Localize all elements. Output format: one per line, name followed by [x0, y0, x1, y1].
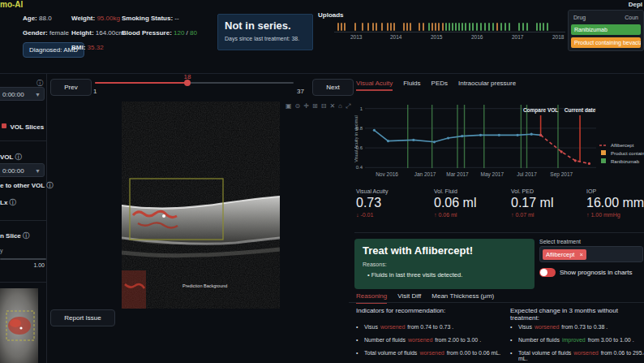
upload-tick[interactable]	[372, 23, 374, 31]
upload-tick[interactable]	[442, 23, 444, 31]
upload-tick[interactable]	[410, 23, 411, 31]
vol-time-select[interactable]: 0:00:00▼	[0, 87, 45, 101]
upload-tick[interactable]	[462, 23, 463, 31]
info-icon[interactable]: ⓘ	[23, 232, 29, 240]
patient-smoking: Smoking Status: --	[122, 15, 179, 23]
upload-tick[interactable]	[367, 23, 369, 31]
info-icon[interactable]: ⓘ	[15, 153, 22, 161]
drug-row-ranibizumab[interactable]: Ranibizumab	[571, 24, 641, 35]
prev-slice-button[interactable]: Prev	[50, 79, 92, 96]
upload-tick[interactable]	[406, 23, 408, 31]
toggle-knob	[540, 269, 547, 276]
upload-tick[interactable]	[341, 23, 342, 31]
upload-tick[interactable]	[465, 23, 466, 31]
upload-tick[interactable]	[526, 23, 528, 31]
reasoning-item: •Visusworsenedfrom 0.74 to 0.73 .	[356, 324, 506, 330]
upload-tick[interactable]	[476, 23, 478, 31]
next-slice-button[interactable]: Next	[312, 79, 354, 96]
slice-slider[interactable]: 18	[95, 82, 294, 84]
upload-tick[interactable]	[480, 23, 482, 31]
sidebar-divider	[0, 282, 46, 283]
svg-text:Current date: Current date	[565, 107, 596, 113]
upload-tick[interactable]	[458, 23, 460, 31]
sidebar-divider	[0, 140, 46, 141]
upload-tick[interactable]	[403, 23, 405, 31]
upload-tick[interactable]	[547, 23, 548, 31]
upload-tick[interactable]	[484, 23, 486, 31]
slice-slider-handle[interactable]	[184, 80, 191, 86]
drug-row-bevacizumab[interactable]: Product containing bevacizumab	[571, 37, 641, 48]
upload-tick[interactable]	[449, 23, 450, 31]
upload-tick[interactable]	[518, 23, 520, 31]
upload-tick[interactable]	[455, 23, 457, 31]
upload-tick[interactable]	[428, 23, 430, 31]
info-icon[interactable]: ⓘ	[10, 199, 16, 206]
pan-icon[interactable]: ✛	[303, 102, 309, 110]
upload-tick[interactable]	[390, 23, 392, 31]
upload-tick[interactable]	[337, 23, 339, 31]
upload-tick[interactable]	[419, 23, 420, 31]
info-icon[interactable]: ⓘ	[46, 182, 53, 189]
autoscale-icon[interactable]: ✕	[329, 102, 335, 110]
zoom-out-icon[interactable]: ⊟	[321, 102, 327, 110]
upload-tick[interactable]	[435, 23, 436, 31]
expected-list: •Visusworsenedfrom 0.73 to 0.38 .•Number…	[510, 317, 644, 361]
fundus-thumbnail[interactable]	[0, 288, 38, 363]
upload-tick[interactable]	[504, 23, 506, 31]
vol-slices-row[interactable]: VOL Slices	[2, 118, 44, 132]
reset-axes-icon[interactable]: ⌂	[338, 102, 342, 110]
upload-tick[interactable]	[522, 23, 524, 31]
upload-tick[interactable]	[438, 23, 440, 31]
tab-peds[interactable]: PEDs	[431, 80, 448, 91]
compare-other-vol-label: e to other VOL ⓘ	[0, 181, 53, 190]
uploads-timeline[interactable]: 201320142015201620172018	[334, 22, 565, 32]
upload-tick[interactable]	[354, 23, 356, 31]
upload-tick[interactable]	[539, 23, 541, 31]
slider-min-label: 1	[93, 88, 97, 95]
slice-slider-fill	[95, 82, 187, 84]
tab-fluids[interactable]: Fluids	[403, 80, 420, 91]
upload-tick[interactable]	[492, 23, 494, 31]
upload-tick[interactable]	[381, 23, 383, 31]
upload-tick[interactable]	[445, 23, 447, 31]
upload-tick[interactable]	[500, 23, 502, 31]
patient-gender: Gender: female	[23, 29, 69, 37]
svg-text:Compare VOL: Compare VOL	[523, 107, 558, 114]
treatment-tag[interactable]: Aflibercept ×	[543, 249, 586, 260]
visual-acuity-chart[interactable]: 0.40.60.81Visual Acuity in decimalCompar…	[354, 100, 644, 181]
zoom-icon[interactable]: ⊙	[295, 102, 301, 110]
compare-vol-select[interactable]: 0:00:00▼	[0, 163, 45, 177]
zoom-in-icon[interactable]: ⊞	[312, 102, 318, 110]
prognosis-toggle[interactable]	[539, 268, 556, 277]
upload-tick[interactable]	[376, 23, 377, 31]
upload-tick[interactable]	[423, 23, 424, 31]
camera-icon[interactable]: ▣	[286, 102, 292, 110]
upload-tick[interactable]	[469, 23, 470, 31]
treatment-tag-label: Aflibercept	[546, 251, 574, 258]
opacity-slider[interactable]	[0, 258, 46, 260]
upload-tick[interactable]	[496, 23, 498, 31]
app-logo: mo-AI	[0, 0, 23, 9]
svg-text:Product containing beva: Product containing beva	[611, 151, 644, 156]
tab-visual-acuity[interactable]: Visual Acuity	[356, 80, 393, 91]
upload-tick[interactable]	[488, 23, 490, 31]
svg-text:Sep 2017: Sep 2017	[550, 171, 573, 178]
upload-tick[interactable]	[431, 23, 433, 31]
upload-tick[interactable]	[452, 23, 453, 31]
upload-tick[interactable]	[362, 23, 363, 31]
upload-tick[interactable]	[387, 23, 389, 31]
upload-tick[interactable]	[543, 23, 544, 31]
upload-tick[interactable]	[536, 23, 538, 31]
fullscreen-icon[interactable]: ⤢	[346, 102, 350, 110]
status-word: worsened	[535, 324, 559, 330]
upload-tick[interactable]	[509, 23, 510, 31]
tab-intraocular-pressure[interactable]: Intraocular pressure	[458, 80, 516, 91]
upload-tick[interactable]	[393, 23, 395, 31]
oct-bscan-image[interactable]: Prediction Background	[122, 102, 280, 309]
remove-treatment-icon[interactable]: ×	[580, 251, 583, 258]
treatment-select-input[interactable]: Aflibercept ×	[539, 246, 643, 262]
report-issue-button[interactable]: Report Issue	[50, 309, 115, 326]
reasons-label: Reasons:	[363, 261, 526, 267]
upload-tick[interactable]	[472, 23, 474, 31]
upload-tick[interactable]	[344, 23, 346, 31]
